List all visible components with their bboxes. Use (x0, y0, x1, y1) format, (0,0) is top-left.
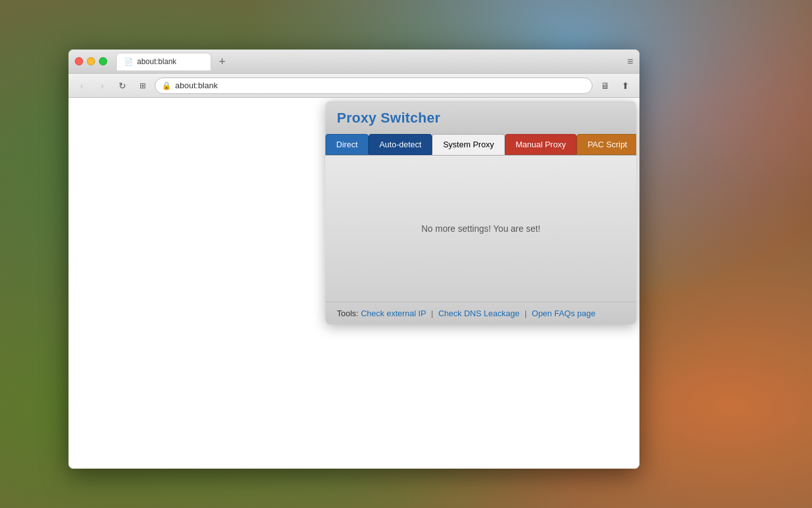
proxy-tabs: Direct Auto-detect System Proxy Manual P… (325, 134, 636, 156)
apps-button[interactable]: ⊞ (134, 77, 151, 94)
tab-system-proxy[interactable]: System Proxy (432, 134, 504, 155)
tab-direct[interactable]: Direct (325, 134, 369, 155)
tools-label: Tools: (337, 309, 358, 318)
tab-menu-button[interactable]: ≡ (627, 56, 633, 67)
open-faqs-link[interactable]: Open FAQs page (532, 309, 595, 318)
proxy-header: Proxy Switcher (325, 101, 636, 134)
separator-1: | (431, 309, 433, 318)
tab-pac-script[interactable]: PAC Script (577, 134, 636, 155)
back-button[interactable]: ‹ (74, 77, 90, 94)
tab-bar: 📄 about:blank + (116, 53, 622, 70)
title-bar: 📄 about:blank + ≡ (69, 50, 639, 74)
proxy-title: Proxy Switcher (337, 110, 440, 126)
reload-button[interactable]: ↻ (114, 77, 131, 94)
tab-manual-proxy[interactable]: Manual Proxy (505, 134, 577, 155)
new-tab-button[interactable]: + (214, 56, 231, 67)
browser-content: Proxy Switcher Direct Auto-detect System… (69, 98, 639, 469)
browser-window: 📄 about:blank + ≡ ‹ › ↻ ⊞ 🔒 🖥 ⬆ Proxy Sw… (69, 50, 639, 469)
check-ip-link[interactable]: Check external IP (361, 309, 426, 318)
proxy-footer: Tools: Check external IP | Check DNS Lea… (325, 302, 636, 324)
close-button[interactable] (75, 57, 83, 65)
nav-action-buttons: 🖥 ⬆ (596, 77, 634, 95)
no-settings-message: No more settings! You are set! (421, 224, 540, 234)
minimize-button[interactable] (87, 57, 95, 65)
proxy-content: No more settings! You are set! (325, 156, 636, 302)
share-button[interactable]: ⬆ (617, 77, 634, 95)
tab-title: about:blank (137, 57, 176, 66)
screen-share-button[interactable]: 🖥 (596, 77, 614, 95)
maximize-button[interactable] (99, 57, 107, 65)
active-tab[interactable]: 📄 about:blank (116, 53, 211, 70)
tab-icon: 📄 (124, 58, 133, 66)
separator-2: | (525, 309, 527, 318)
proxy-switcher-popup: Proxy Switcher Direct Auto-detect System… (325, 101, 636, 324)
traffic-lights (75, 57, 107, 65)
nav-bar: ‹ › ↻ ⊞ 🔒 🖥 ⬆ (69, 74, 639, 98)
check-dns-link[interactable]: Check DNS Leackage (438, 309, 520, 318)
address-input[interactable] (175, 81, 586, 90)
security-icon: 🔒 (162, 81, 171, 90)
forward-button[interactable]: › (94, 77, 110, 94)
tab-auto-detect[interactable]: Auto-detect (369, 134, 433, 155)
address-bar: 🔒 (155, 77, 593, 94)
